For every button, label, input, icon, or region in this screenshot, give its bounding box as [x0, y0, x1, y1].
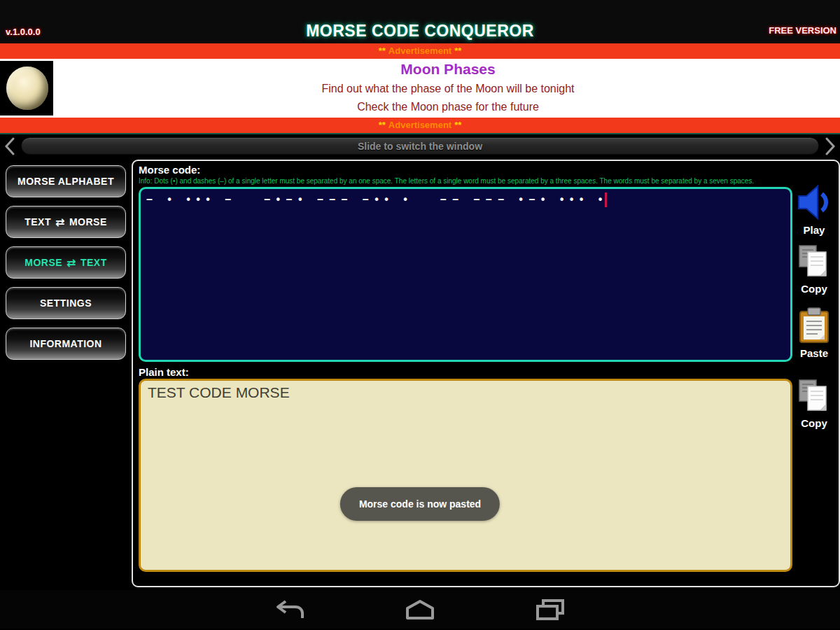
- play-button[interactable]: Play: [792, 184, 836, 236]
- home-icon: [405, 599, 435, 620]
- morse-info-text: Info: Dots (•) and dashes (–) of a singl…: [139, 176, 836, 186]
- copy-plain-button[interactable]: Copy: [792, 379, 836, 429]
- back-icon: [274, 599, 305, 620]
- advertisement-banner-top: **Advertisement**: [0, 43, 840, 59]
- ad-stars: **: [454, 120, 461, 130]
- swap-icon: ⇄: [55, 216, 65, 229]
- paste-button[interactable]: Paste: [792, 307, 836, 359]
- morse-actions-column: Play: [792, 187, 836, 362]
- app-screen: v.1.0.0.0 MORSE CODE CONQUEROR FREE VERS…: [0, 0, 840, 630]
- recent-apps-button[interactable]: [531, 597, 570, 622]
- sidebar-item-label: SETTINGS: [40, 298, 92, 309]
- morse-code-value: – • • • • – – • – • – – – – • • • – – – …: [146, 193, 603, 205]
- ad-headline[interactable]: Moon Phases: [56, 61, 840, 78]
- ad-stars: **: [454, 46, 461, 56]
- home-button[interactable]: [400, 597, 440, 622]
- swap-icon: ⇄: [66, 256, 76, 270]
- copy-icon: [797, 244, 831, 282]
- morse-code-label: Morse code:: [139, 164, 836, 176]
- slide-switch-label: Slide to switch the window: [358, 141, 482, 152]
- copy-label: Copy: [801, 417, 827, 429]
- ad-word: Advertisement: [386, 120, 454, 130]
- sidebar-item-text-to-morse[interactable]: TEXT ⇄ MORSE: [6, 206, 126, 238]
- copy-label: Copy: [801, 283, 827, 295]
- sidebar-item-label: MORSE: [69, 216, 107, 227]
- copy-morse-button[interactable]: Copy: [792, 244, 836, 295]
- ad-word: Advertisement: [386, 46, 454, 56]
- morse-code-input[interactable]: – • • • • – – • – • – – – – • • • – – – …: [139, 187, 792, 362]
- ad-text-block: Moon Phases Find out what the phase of t…: [56, 61, 840, 116]
- sidebar-item-morse-to-text[interactable]: MORSE ⇄ TEXT: [6, 246, 126, 279]
- ad-line-2: Check the Moon phase for the future: [56, 98, 840, 116]
- plain-actions-column: Copy: [792, 379, 836, 572]
- sidebar-item-label: TEXT: [24, 216, 51, 227]
- converter-panel: Morse code: Info: Dots (•) and dashes (–…: [132, 160, 840, 587]
- title-bar: v.1.0.0.0 MORSE CODE CONQUEROR FREE VERS…: [0, 0, 840, 43]
- slide-right-arrow-icon[interactable]: [822, 137, 839, 155]
- sidebar-item-label: MORSE ALPHABET: [18, 176, 114, 187]
- text-cursor: [605, 192, 607, 207]
- edition-badge: FREE VERSION: [769, 25, 836, 36]
- plain-text-input[interactable]: TEST CODE MORSE Morse code is now pasted: [139, 379, 792, 572]
- sidebar-item-label: INFORMATION: [29, 338, 102, 349]
- advertisement-content[interactable]: Moon Phases Find out what the phase of t…: [0, 59, 840, 118]
- copy-icon: [797, 379, 831, 416]
- sidebar-item-settings[interactable]: SETTINGS: [6, 287, 126, 319]
- sidebar: MORSE ALPHABET TEXT ⇄ MORSE MORSE ⇄ TEXT…: [0, 160, 130, 590]
- slide-switch-handle[interactable]: Slide to switch the window: [21, 137, 819, 155]
- advertisement-banner-bottom: **Advertisement**: [0, 118, 840, 133]
- sidebar-item-information[interactable]: INFORMATION: [6, 328, 126, 360]
- android-navigation-bar: [0, 590, 840, 629]
- moon-thumbnail: [0, 61, 53, 115]
- ad-stars: **: [379, 46, 386, 56]
- morse-row: – • • • • – – • – • – – – – • • • – – – …: [139, 187, 836, 362]
- moon-image: [6, 66, 48, 110]
- ad-line-1: Find out what the phase of the Moon will…: [56, 80, 840, 98]
- sidebar-item-morse-alphabet[interactable]: MORSE ALPHABET: [6, 165, 126, 197]
- plain-row: TEST CODE MORSE Morse code is now pasted: [139, 379, 836, 572]
- paste-label: Paste: [800, 347, 828, 359]
- toast-message: Morse code is now pasted: [340, 487, 500, 521]
- clipboard-icon: [798, 307, 830, 346]
- ad-stars: **: [379, 120, 386, 130]
- plain-text-label: Plain text:: [139, 366, 836, 379]
- main-area: MORSE ALPHABET TEXT ⇄ MORSE MORSE ⇄ TEXT…: [0, 158, 840, 590]
- back-button[interactable]: [270, 597, 309, 622]
- play-label: Play: [804, 224, 825, 236]
- sidebar-item-label: TEXT: [80, 257, 107, 268]
- speaker-icon: [797, 184, 832, 223]
- slide-left-arrow-icon[interactable]: [1, 137, 18, 155]
- recent-apps-icon: [535, 599, 566, 620]
- page-title: MORSE CODE CONQUEROR: [0, 22, 840, 41]
- plain-text-value: TEST CODE MORSE: [148, 384, 290, 400]
- window-switcher: Slide to switch the window: [0, 134, 840, 158]
- sidebar-item-label: MORSE: [24, 257, 62, 268]
